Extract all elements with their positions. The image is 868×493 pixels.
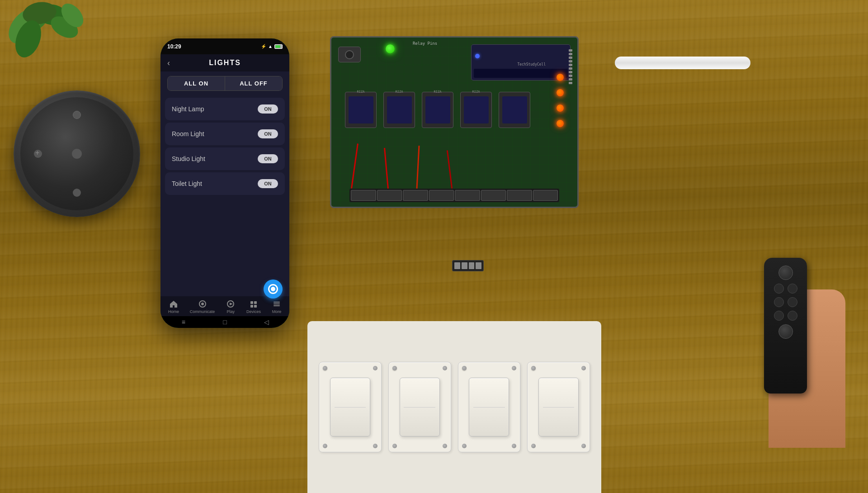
svg-rect-9 [274,303,280,304]
remote-control [764,258,807,393]
night-lamp-label: Night Lamp [172,105,204,113]
relay-label-3: RIZA [434,90,442,94]
remote-top-button[interactable] [778,265,793,280]
fab-icon [268,284,278,294]
remote-with-hand [755,258,845,448]
switch-rocker-2[interactable] [400,378,440,436]
signal-connector [452,260,484,271]
relay-chip-2: RIZA [383,92,415,128]
terminal-2 [377,190,402,201]
led-4 [557,120,564,127]
svg-rect-5 [254,301,257,304]
terminal-1 [351,190,376,201]
communicate-icon [198,300,208,308]
terminal-4 [429,190,454,201]
svg-rect-4 [250,301,253,304]
relay-core [502,96,527,123]
relay-core [464,96,489,123]
nav-home[interactable]: Home [168,300,179,314]
toilet-light-label: Toilet Light [172,180,202,187]
remote-btn-2[interactable] [788,297,797,307]
remote-btn-1[interactable] [774,297,784,307]
terminal-6 [481,190,506,201]
terminal-block [349,189,559,202]
usb-cable-area [592,54,750,72]
sys-back-button[interactable]: ◁ [262,318,271,326]
switch-panel [307,321,601,493]
screw-icon [323,366,327,370]
screw-icon [392,366,397,370]
phone-screen: ‹ LIGHTS ALL ON ALL OFF Night Lamp ON Ro… [160,54,289,316]
switch-4[interactable] [527,362,590,452]
echo-mute-button[interactable] [73,189,81,197]
night-lamp-toggle[interactable]: ON [258,104,278,114]
echo-center-button[interactable] [72,149,82,159]
remote-btn-right[interactable] [788,284,797,294]
red-wire-3 [416,146,420,189]
nav-play[interactable]: Play [226,300,236,314]
toilet-light-toggle[interactable]: ON [258,179,278,188]
fab-button[interactable] [264,280,283,299]
all-buttons-row: ALL ON ALL OFF [167,76,283,91]
remote-btn-3[interactable] [774,311,784,321]
screw-icon [531,366,536,370]
screw-icon [462,444,467,448]
remote-button-row-3 [774,311,797,321]
remote-button-row [774,284,797,294]
svg-point-1 [201,303,204,305]
esp-antenna [474,69,568,78]
led-1 [557,74,564,81]
bottom-nav: Home Communicate [160,296,289,316]
screw-icon [373,444,377,448]
smartphone: 10:29 ⚡ ▲ ‹ LIGHTS ALL ON ALL OFF [160,38,289,328]
page-title: LIGHTS [209,59,241,67]
light-item-room-light: Room Light ON [165,123,285,145]
all-on-button[interactable]: ALL ON [168,76,225,90]
red-wire-4 [447,150,453,189]
studio-light-toggle[interactable]: ON [258,154,278,163]
switch-rocker-3[interactable] [469,378,509,436]
signal-pin-4 [476,262,481,269]
light-item-studio-light: Studio Light ON [165,147,285,170]
room-light-toggle[interactable]: ON [258,129,278,138]
switch-panel-body [307,321,601,493]
relay-chip-1: RIZA [345,92,377,128]
nav-communicate[interactable]: Communicate [190,300,215,314]
communicate-nav-label: Communicate [190,309,215,314]
nav-more[interactable]: More [272,300,282,314]
relay-core [387,96,412,123]
sys-home-button[interactable]: □ [220,318,229,326]
dc-connector [338,47,361,62]
led-3 [557,104,564,112]
system-nav: ≡ □ ◁ [160,316,289,328]
bluetooth-icon: ⚡ [261,44,266,49]
brand-label: TechStudyCell [517,62,546,66]
switch-rocker-1[interactable] [330,378,370,436]
all-off-button[interactable]: ALL OFF [225,76,282,90]
screw-icon [373,366,377,370]
fab-inner [271,287,275,291]
sys-menu-button[interactable]: ≡ [179,318,188,326]
svg-rect-10 [274,305,280,306]
dc-port [345,50,354,59]
switch-2[interactable] [388,362,451,452]
screw-icon [581,366,586,370]
remote-bottom-button[interactable] [778,324,793,339]
red-wire-1 [351,143,359,188]
back-button[interactable]: ‹ [167,58,170,68]
remote-btn-left[interactable] [774,284,784,294]
esp-pins [569,49,572,84]
led-2 [557,89,564,96]
switch-rocker-4[interactable] [538,378,579,436]
switch-1[interactable] [319,362,382,452]
signal-pin-2 [462,262,467,269]
relay-label-4: RIZA [472,90,480,94]
wifi-icon: ▲ [268,44,273,49]
nav-devices[interactable]: Devices [246,300,261,314]
remote-btn-4[interactable] [788,311,797,321]
plant-decoration [0,0,99,81]
relay-core [425,96,450,123]
echo-top-button[interactable] [73,111,81,119]
switch-3[interactable] [458,362,521,452]
echo-plus-button[interactable] [34,150,42,158]
